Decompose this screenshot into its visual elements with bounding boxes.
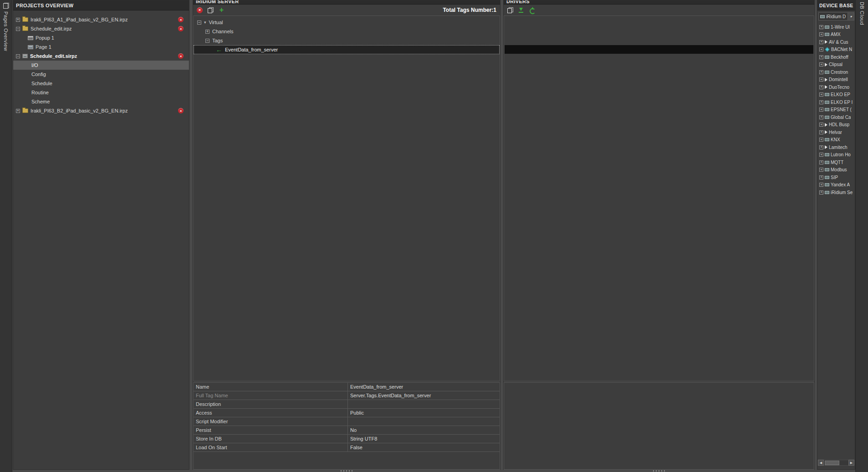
delete-project-icon[interactable]: × [178, 17, 184, 22]
device-base-item[interactable]: + 1-Wire Ul [818, 23, 854, 31]
expand-icon[interactable]: + [819, 47, 823, 51]
splitter-grip[interactable] [341, 470, 352, 472]
device-base-item[interactable]: + iRidium Se [818, 189, 854, 196]
expand-icon[interactable]: + [819, 183, 823, 187]
expand-icon[interactable]: + [819, 138, 823, 142]
project-item[interactable]: − Schedule_edit.irpz × [13, 24, 189, 33]
server-section-io[interactable]: I/O [13, 61, 189, 70]
expand-icon[interactable]: + [819, 145, 823, 149]
device-base-item[interactable]: + BACNet N [818, 46, 854, 54]
device-base-item[interactable]: + Clipsal [818, 61, 854, 69]
expand-icon[interactable]: + [819, 160, 823, 164]
property-value[interactable] [348, 417, 500, 426]
device-base-item[interactable]: + AMX [818, 31, 854, 39]
expand-icon[interactable]: + [819, 130, 823, 134]
device-base-item[interactable]: + ELKO EP [818, 91, 854, 99]
property-value[interactable]: No [348, 426, 500, 434]
expand-icon[interactable]: + [819, 175, 823, 180]
property-value[interactable]: EventData_from_server [348, 383, 500, 391]
server-section-schedule[interactable]: Schedule [13, 79, 189, 88]
pages-overview-tab[interactable]: Pages Overview [0, 0, 12, 472]
expand-icon[interactable]: + [819, 108, 823, 112]
expand-icon[interactable]: + [819, 92, 823, 97]
device-base-item[interactable]: + Lutron Ho [818, 151, 854, 159]
property-row[interactable]: Store In DB String UTF8 [194, 435, 500, 443]
expand-icon[interactable]: + [819, 77, 823, 82]
collapse-icon[interactable]: − [16, 54, 20, 58]
property-row[interactable]: Description [194, 400, 500, 409]
import-driver-button[interactable] [518, 7, 524, 13]
device-base-item[interactable]: + Helvar [818, 128, 854, 136]
expand-icon[interactable]: + [819, 55, 823, 59]
dropdown-icon[interactable]: ▾ [848, 13, 854, 20]
server-section-config[interactable]: Config [13, 70, 189, 79]
expand-icon[interactable]: + [819, 40, 823, 44]
drivers-selected-row[interactable] [505, 45, 813, 54]
tree-item-virtual[interactable]: − ▾ Virtual [194, 18, 500, 27]
scroll-left-button[interactable]: ◀ [818, 460, 824, 466]
popup-item[interactable]: Popup 1 [13, 33, 189, 42]
device-base-item[interactable]: + KNX [818, 136, 854, 144]
expand-icon[interactable]: + [16, 109, 20, 113]
expand-icon[interactable]: + [819, 62, 823, 67]
property-row[interactable]: Full Tag Name Server.Tags.EventData_from… [194, 391, 500, 400]
copy-tag-button[interactable] [208, 7, 214, 13]
expand-icon[interactable]: + [819, 153, 823, 157]
delete-tag-button[interactable]: × [197, 7, 203, 13]
device-base-item[interactable]: + HDL Busp [818, 121, 854, 129]
collapse-icon[interactable]: − [205, 39, 209, 43]
collapse-icon[interactable]: − [197, 21, 201, 25]
collapse-icon[interactable]: − [16, 27, 20, 31]
project-item[interactable]: + Irakli_PI63_A1_iPad_basic_v2_BG_EN.irp… [13, 15, 189, 24]
scrollbar-track[interactable] [824, 460, 848, 466]
device-base-item[interactable]: + EPSNET ( [818, 106, 854, 114]
add-tag-button[interactable]: + [219, 7, 225, 13]
server-section-routine[interactable]: Routine [13, 88, 189, 97]
expand-icon[interactable]: + [819, 70, 823, 74]
splitter-grip[interactable] [653, 470, 665, 472]
property-value[interactable]: Public [348, 409, 500, 417]
device-base-item[interactable]: + MQTT [818, 159, 854, 166]
device-base-item[interactable]: + DuoTecno [818, 83, 854, 91]
property-row[interactable]: Name EventData_from_server [194, 383, 500, 391]
tree-item-selected-tag[interactable]: ← EventData_from_server [194, 45, 500, 54]
expand-icon[interactable]: + [16, 18, 20, 22]
expand-icon[interactable]: + [819, 168, 823, 172]
server-section-scheme[interactable]: Scheme [13, 97, 189, 106]
server-project-item[interactable]: − Schedule_edit.sirpz × [13, 51, 189, 61]
device-base-item[interactable]: + Global Ca [818, 113, 854, 121]
expand-icon[interactable]: + [819, 25, 823, 29]
project-item[interactable]: + Irakli_PI63_B2_iPad_basic_v2_BG_EN.irp… [13, 106, 189, 115]
delete-project-icon[interactable]: × [178, 26, 184, 31]
device-base-item[interactable]: + Modbus [818, 166, 854, 174]
expand-icon[interactable]: + [819, 100, 823, 104]
delete-project-icon[interactable]: × [178, 53, 184, 59]
scrollbar-thumb[interactable] [825, 461, 839, 465]
property-value[interactable]: String UTF8 [348, 435, 500, 443]
device-base-selector[interactable]: iRidium D ▾ [818, 12, 854, 21]
expand-icon[interactable]: + [819, 85, 823, 89]
device-base-item[interactable]: + Lamitech [818, 144, 854, 151]
property-row[interactable]: Script Modifier [194, 417, 500, 426]
tree-item-tags[interactable]: − Tags [194, 36, 500, 45]
expand-icon[interactable]: + [819, 123, 823, 127]
tree-item-channels[interactable]: + Channels [194, 27, 500, 36]
property-value[interactable]: False [348, 443, 500, 451]
device-base-scrollbar[interactable]: ◀ ▶ [818, 460, 854, 466]
property-row[interactable]: Access Public [194, 409, 500, 417]
expand-icon[interactable]: + [819, 115, 823, 119]
device-base-item[interactable]: + Yandex A [818, 181, 854, 189]
device-base-item[interactable]: + Domintell [818, 76, 854, 84]
device-base-item[interactable]: + ELKO EP I [818, 98, 854, 106]
expand-icon[interactable]: + [819, 190, 823, 195]
refresh-drivers-button[interactable] [529, 7, 535, 13]
device-base-item[interactable]: + Crestron [818, 68, 854, 76]
property-value[interactable]: Server.Tags.EventData_from_server [348, 391, 500, 400]
page-item[interactable]: Page 1 [13, 42, 189, 51]
scroll-right-button[interactable]: ▶ [848, 460, 854, 466]
delete-project-icon[interactable]: × [178, 108, 184, 113]
property-value[interactable] [348, 400, 500, 408]
device-base-item[interactable]: + AV & Cus [818, 38, 854, 46]
property-row[interactable]: Persist No [194, 426, 500, 435]
property-row[interactable]: Load On Start False [194, 443, 500, 452]
